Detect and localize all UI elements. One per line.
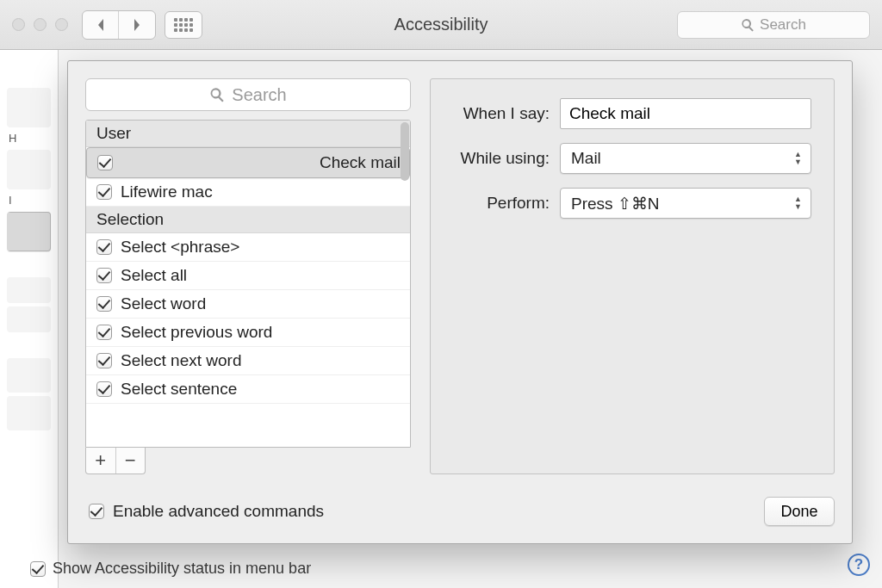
command-enabled-checkbox[interactable]	[96, 184, 112, 200]
command-list-row[interactable]: Select word	[86, 290, 410, 319]
list-group-header: Selection	[86, 207, 410, 233]
command-label: Check mail	[320, 153, 401, 172]
toolbar-search-placeholder: Search	[760, 16, 806, 34]
enable-advanced-label: Enable advanced commands	[113, 502, 324, 521]
command-enabled-checkbox[interactable]	[96, 296, 112, 312]
scrollbar-thumb[interactable]	[401, 122, 409, 181]
sidebar-item[interactable]	[7, 212, 51, 251]
while-using-select[interactable]: Mail ▲▼	[560, 143, 811, 174]
command-list-row[interactable]: Select next word	[86, 347, 410, 375]
perform-label: Perform:	[446, 194, 550, 213]
enable-advanced-row[interactable]: Enable advanced commands	[85, 502, 324, 521]
window-traffic-lights	[12, 18, 68, 31]
when-i-say-label: When I say:	[446, 104, 550, 123]
command-label: Select next word	[121, 351, 241, 370]
command-list-row[interactable]: Select sentence	[86, 375, 410, 404]
sidebar-item[interactable]	[7, 396, 51, 430]
close-window-icon[interactable]	[12, 18, 25, 31]
command-list-row[interactable]: Lifewire mac	[86, 178, 410, 207]
sidebar-item[interactable]	[7, 277, 51, 303]
command-list-row[interactable]: Select all	[86, 262, 410, 290]
show-status-row[interactable]: Show Accessibility status in menu bar	[30, 560, 311, 578]
command-enabled-checkbox[interactable]	[96, 325, 112, 340]
command-label: Select word	[121, 294, 206, 313]
sidebar-item[interactable]	[7, 358, 51, 393]
toolbar-search-field[interactable]: Search	[677, 11, 870, 39]
chevron-up-down-icon: ▲▼	[794, 151, 802, 166]
command-enabled-checkbox[interactable]	[96, 239, 112, 255]
chevron-up-down-icon: ▲▼	[794, 195, 802, 211]
command-enabled-checkbox[interactable]	[96, 381, 112, 397]
list-group-header: User	[86, 121, 410, 147]
command-list-row[interactable]: Select <phrase>	[86, 233, 410, 262]
search-icon	[741, 18, 755, 32]
sidebar-item[interactable]	[7, 88, 51, 127]
zoom-window-icon[interactable]	[55, 18, 68, 31]
command-enabled-checkbox[interactable]	[97, 155, 113, 170]
add-remove-buttons: + −	[85, 448, 146, 474]
titlebar: Accessibility Search	[0, 0, 882, 50]
remove-command-button[interactable]: −	[116, 448, 146, 473]
show-all-prefs-button[interactable]	[165, 11, 202, 39]
command-enabled-checkbox[interactable]	[96, 353, 112, 368]
chevron-left-icon	[96, 18, 106, 32]
perform-select[interactable]: Press ⇧⌘N ▲▼	[560, 188, 811, 219]
accessibility-category-sidebar: H I	[0, 50, 59, 588]
commands-list[interactable]: UserCheck mailLifewire macSelectionSelec…	[85, 120, 411, 448]
sidebar-item[interactable]	[7, 306, 51, 332]
perform-value: Press ⇧⌘N	[571, 194, 660, 214]
command-label: Select all	[121, 266, 187, 285]
command-label: Select sentence	[121, 380, 237, 399]
search-icon	[209, 87, 225, 102]
grid-icon	[174, 18, 193, 32]
forward-button[interactable]	[119, 11, 155, 39]
window-title: Accessibility	[394, 15, 488, 34]
commands-left-column: Search UserCheck mailLifewire macSelecti…	[85, 78, 411, 474]
command-list-row[interactable]: Check mail	[86, 147, 410, 178]
show-status-checkbox[interactable]	[30, 561, 46, 577]
show-status-label: Show Accessibility status in menu bar	[53, 560, 311, 578]
sidebar-group-label: H	[0, 131, 58, 146]
back-button[interactable]	[83, 11, 119, 39]
done-button[interactable]: Done	[764, 497, 835, 526]
commands-sheet: Search UserCheck mailLifewire macSelecti…	[67, 60, 853, 544]
command-list-row[interactable]: Select previous word	[86, 319, 410, 347]
command-enabled-checkbox[interactable]	[96, 268, 112, 283]
minimize-window-icon[interactable]	[34, 18, 47, 31]
sidebar-item[interactable]	[7, 150, 51, 189]
commands-search-placeholder: Search	[232, 85, 286, 105]
add-command-button[interactable]: +	[86, 448, 116, 473]
nav-buttons	[82, 10, 156, 40]
sheet-footer: Enable advanced commands Done	[85, 492, 835, 526]
commands-search-field[interactable]: Search	[85, 78, 411, 111]
while-using-value: Mail	[571, 149, 601, 168]
command-detail-panel: When I say: While using: Mail ▲▼ Perform…	[430, 78, 835, 474]
help-button[interactable]: ?	[848, 554, 870, 576]
command-label: Lifewire mac	[121, 183, 213, 201]
when-i-say-field[interactable]	[560, 98, 811, 129]
command-label: Select <phrase>	[121, 238, 239, 257]
enable-advanced-checkbox[interactable]	[89, 504, 104, 519]
while-using-label: While using:	[446, 149, 550, 168]
chevron-right-icon	[132, 18, 142, 32]
sidebar-group-label: I	[0, 193, 58, 208]
command-label: Select previous word	[121, 323, 272, 342]
